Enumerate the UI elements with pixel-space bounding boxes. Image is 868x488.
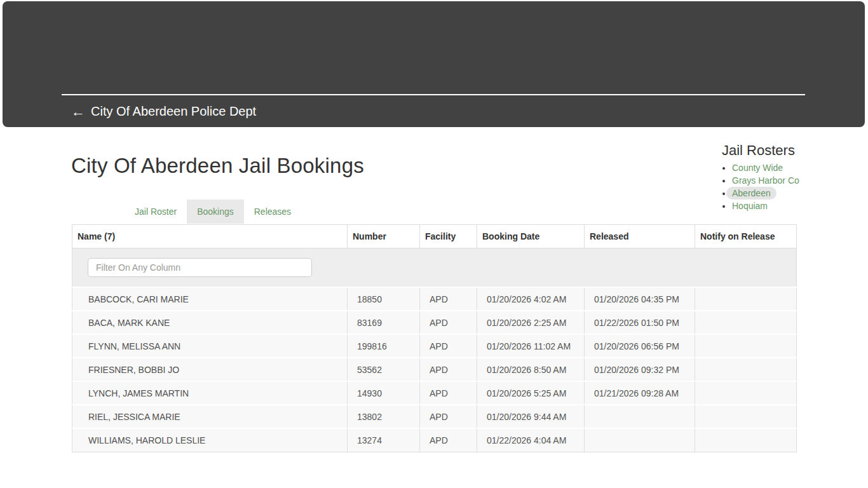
cell-notify (695, 334, 797, 358)
list-item: Grays Harbor Co (732, 175, 826, 186)
tab-releases[interactable]: Releases (244, 200, 301, 224)
column-header-released[interactable]: Released (585, 225, 695, 248)
cell-facility: APD (420, 428, 477, 452)
roster-link-county-wide[interactable]: County Wide (732, 163, 783, 173)
cell-booking-date: 01/20/2026 11:02 AM (477, 334, 585, 358)
cell-facility: APD (420, 405, 477, 428)
column-header-notify-on-release[interactable]: Notify on Release (695, 225, 797, 248)
cell-released: 01/20/2026 04:35 PM (585, 287, 695, 311)
back-link-label: City Of Aberdeen Police Dept (91, 104, 256, 119)
back-arrow-icon: ← (71, 105, 85, 119)
cell-notify (695, 287, 797, 311)
cell-released: 01/20/2026 09:32 PM (585, 358, 695, 381)
table-header-row: Name (7) Number Facility Booking Date Re… (72, 225, 797, 248)
table-row: FLYNN, MELISSA ANN 199816 APD 01/20/2026… (72, 334, 797, 358)
column-header-booking-date[interactable]: Booking Date (477, 225, 585, 248)
roster-link-aberdeen[interactable]: Aberdeen (726, 187, 776, 200)
tab-jail-roster[interactable]: Jail Roster (125, 200, 187, 224)
table-body: BABCOCK, CARI MARIE 18850 APD 01/20/2026… (72, 287, 797, 452)
cell-name: FLYNN, MELISSA ANN (72, 334, 348, 358)
tab-bar: Jail Roster Bookings Releases (125, 200, 301, 224)
cell-booking-date: 01/20/2026 9:44 AM (477, 405, 585, 428)
cell-number: 18850 (348, 287, 420, 311)
list-item: County Wide (732, 163, 826, 173)
cell-facility: APD (420, 334, 477, 358)
cell-booking-date: 01/20/2026 2:25 AM (477, 311, 585, 334)
cell-released: 01/20/2026 06:56 PM (585, 334, 695, 358)
cell-booking-date: 01/20/2026 8:50 AM (477, 358, 585, 381)
app-header: ← City Of Aberdeen Police Dept (3, 1, 865, 127)
cell-number: 83169 (348, 311, 420, 334)
cell-notify (695, 428, 797, 452)
cell-notify (695, 358, 797, 381)
jail-rosters-panel: Jail Rosters County Wide Grays Harbor Co… (718, 142, 826, 214)
cell-notify (695, 381, 797, 405)
cell-name: WILLIAMS, HAROLD LESLIE (72, 428, 348, 452)
back-link[interactable]: ← City Of Aberdeen Police Dept (71, 104, 256, 119)
tab-bookings[interactable]: Bookings (187, 200, 244, 224)
cell-facility: APD (420, 358, 477, 381)
cell-name: RIEL, JESSICA MARIE (72, 405, 348, 428)
cell-released: 01/21/2026 09:28 AM (585, 381, 695, 405)
filter-row (72, 248, 797, 288)
cell-released: 01/22/2026 01:50 PM (585, 311, 695, 334)
column-header-name[interactable]: Name (7) (72, 225, 348, 248)
cell-name: BACA, MARK KANE (72, 311, 348, 334)
cell-booking-date: 01/20/2026 4:02 AM (477, 287, 585, 311)
cell-number: 13802 (348, 405, 420, 428)
table-row: WILLIAMS, HAROLD LESLIE 13274 APD 01/22/… (72, 428, 797, 452)
page-title: City Of Aberdeen Jail Bookings (71, 154, 364, 178)
column-header-facility[interactable]: Facility (420, 225, 477, 248)
column-header-number[interactable]: Number (348, 225, 420, 248)
cell-booking-date: 01/20/2026 5:25 AM (477, 381, 585, 405)
cell-released (585, 428, 695, 452)
cell-name: FRIESNER, BOBBI JO (72, 358, 348, 381)
filter-cell (72, 248, 797, 288)
jail-rosters-list: County Wide Grays Harbor Co Aberdeen Hoq… (722, 163, 826, 211)
cell-notify (695, 311, 797, 334)
table-row: LYNCH, JAMES MARTIN 14930 APD 01/20/2026… (72, 381, 797, 405)
cell-released (585, 405, 695, 428)
cell-name: BABCOCK, CARI MARIE (72, 287, 348, 311)
jail-rosters-title: Jail Rosters (722, 142, 826, 159)
table-row: BABCOCK, CARI MARIE 18850 APD 01/20/2026… (72, 287, 797, 311)
roster-link-grays-harbor-co[interactable]: Grays Harbor Co (732, 175, 799, 186)
cell-booking-date: 01/22/2026 4:04 AM (477, 428, 585, 452)
header-divider (62, 94, 805, 95)
cell-notify (695, 405, 797, 428)
table-row: FRIESNER, BOBBI JO 53562 APD 01/20/2026 … (72, 358, 797, 381)
cell-number: 13274 (348, 428, 420, 452)
list-item: Aberdeen (732, 188, 826, 198)
cell-facility: APD (420, 381, 477, 405)
cell-facility: APD (420, 287, 477, 311)
cell-number: 53562 (348, 358, 420, 381)
filter-input[interactable] (88, 258, 312, 277)
roster-link-hoquiam[interactable]: Hoquiam (732, 201, 768, 211)
bookings-table: Name (7) Number Facility Booking Date Re… (72, 224, 797, 452)
cell-number: 14930 (348, 381, 420, 405)
page: ← City Of Aberdeen Police Dept City Of A… (0, 0, 868, 488)
cell-number: 199816 (348, 334, 420, 358)
cell-facility: APD (420, 311, 477, 334)
table-row: BACA, MARK KANE 83169 APD 01/20/2026 2:2… (72, 311, 797, 334)
table-row: RIEL, JESSICA MARIE 13802 APD 01/20/2026… (72, 405, 797, 428)
list-item: Hoquiam (732, 201, 826, 211)
cell-name: LYNCH, JAMES MARTIN (72, 381, 348, 405)
